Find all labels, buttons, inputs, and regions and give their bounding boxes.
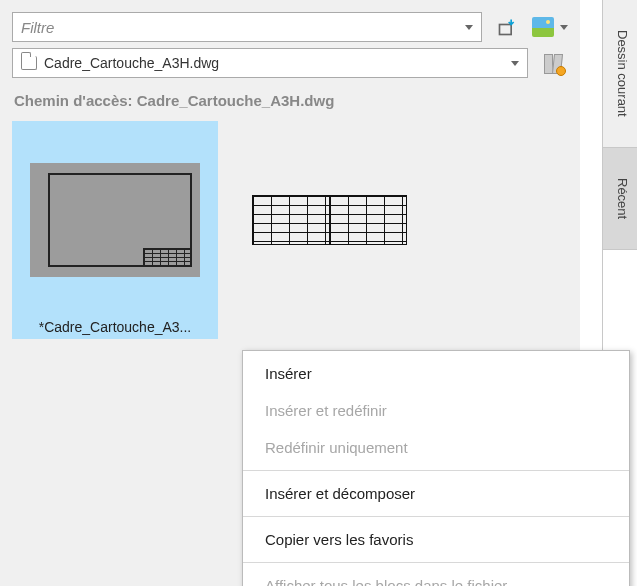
menu-insert[interactable]: Insérer: [243, 355, 629, 392]
library-button[interactable]: [538, 48, 568, 78]
menu-separator: [243, 516, 629, 517]
filter-placeholder: Filtre: [21, 19, 54, 36]
tile-preview: [226, 121, 432, 319]
filter-input[interactable]: Filtre: [12, 12, 482, 42]
insert-block-button[interactable]: [492, 12, 522, 42]
folder-icon: [21, 56, 37, 70]
file-dropdown[interactable]: Cadre_Cartouche_A3H.dwg: [12, 48, 528, 78]
menu-separator: [243, 470, 629, 471]
toolbar-top: Filtre: [12, 12, 568, 42]
menu-redefine-only: Redéfinir uniquement: [243, 429, 629, 466]
thumbnail-options-button[interactable]: [532, 17, 568, 37]
file-name: Cadre_Cartouche_A3H.dwg: [44, 55, 219, 71]
menu-show-all: Afficher tous les blocs dans le fichier: [243, 567, 629, 586]
block-insert-icon: [497, 17, 517, 37]
tab-recent[interactable]: Récent: [602, 148, 637, 250]
context-menu: Insérer Insérer et redéfinir Redéfinir u…: [242, 350, 630, 586]
library-icon: [540, 50, 566, 76]
block-tile[interactable]: *Cadre_Cartouche_A3...: [12, 121, 218, 339]
menu-insert-explode[interactable]: Insérer et décomposer: [243, 475, 629, 512]
path-label: Chemin d'accès: Cadre_Cartouche_A3H.dwg: [12, 90, 568, 119]
block-tile[interactable]: [226, 121, 432, 339]
tile-caption: *Cadre_Cartouche_A3...: [12, 319, 218, 335]
file-row: Cadre_Cartouche_A3H.dwg: [12, 48, 568, 78]
block-gallery: *Cadre_Cartouche_A3...: [12, 119, 568, 339]
image-icon: [532, 17, 554, 37]
menu-copy-favorites[interactable]: Copier vers les favoris: [243, 521, 629, 558]
menu-separator: [243, 562, 629, 563]
chevron-down-icon: [560, 25, 568, 30]
chevron-down-icon: [465, 25, 473, 30]
tile-preview: [12, 121, 218, 319]
chevron-down-icon: [511, 61, 519, 66]
tab-current-drawing[interactable]: Dessin courant: [602, 0, 637, 148]
blocks-palette: Filtre Cadre_Cartouche_A3H.dwg: [0, 0, 580, 586]
svg-rect-0: [500, 25, 512, 35]
menu-insert-redefine: Insérer et redéfinir: [243, 392, 629, 429]
